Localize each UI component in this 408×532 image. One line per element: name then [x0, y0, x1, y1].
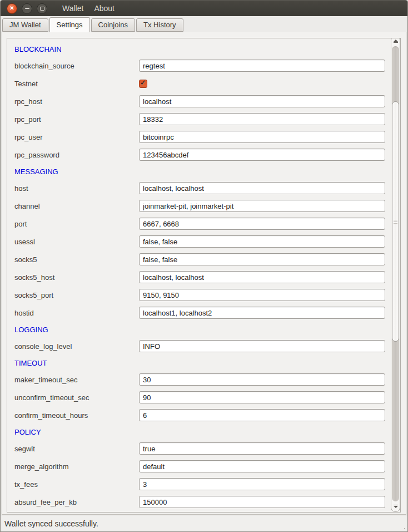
- titlebar: ✕ Wallet About: [1, 0, 407, 16]
- field-row: channel: [7, 197, 391, 215]
- field-label: tx_fees: [14, 480, 139, 489]
- minimize-icon: [25, 8, 29, 9]
- minimize-button[interactable]: [22, 3, 32, 14]
- down-arrow-icon: [394, 506, 398, 508]
- tx_fees-input[interactable]: [139, 478, 385, 490]
- section-header-logging: LOGGING: [7, 322, 391, 337]
- maximize-button[interactable]: [37, 3, 47, 14]
- menubar: Wallet About: [62, 4, 115, 13]
- field-label: rpc_port: [14, 115, 139, 124]
- field-row: merge_algorithm: [7, 457, 391, 475]
- maximize-icon: [40, 7, 44, 11]
- field-label: rpc_host: [14, 97, 139, 106]
- section-header-policy: POLICY: [7, 424, 391, 440]
- rpc_password-input[interactable]: [139, 149, 385, 161]
- scrollbar-up-button[interactable]: [391, 38, 400, 45]
- field-label: unconfirm_timeout_sec: [14, 393, 139, 402]
- field-row: host: [7, 179, 391, 197]
- field-row: socks5_host: [7, 268, 391, 286]
- app-window: ✕ Wallet About JM Wallet Settings Coinjo…: [0, 0, 408, 532]
- close-icon: ✕: [9, 6, 14, 11]
- rpc_user-input[interactable]: [139, 131, 385, 143]
- menu-item-wallet[interactable]: Wallet: [62, 4, 83, 13]
- field-row: rpc_password: [7, 146, 391, 164]
- field-row: confirm_timeout_hours: [7, 406, 391, 424]
- field-label: console_log_level: [14, 342, 139, 351]
- socks5_port-input[interactable]: [139, 289, 385, 301]
- field-label: blockchain_source: [14, 62, 139, 70]
- field-row: hostid: [7, 304, 391, 322]
- socks5_host-input[interactable]: [139, 271, 385, 283]
- unconfirm_timeout_sec-input[interactable]: [139, 391, 385, 403]
- field-row: port: [7, 215, 391, 233]
- field-label: maker_timeout_sec: [14, 376, 139, 384]
- field-row: rpc_host: [7, 92, 391, 110]
- blockchain_source-input[interactable]: [139, 60, 385, 72]
- section-header-messaging: MESSAGING: [7, 164, 391, 179]
- hostid-input[interactable]: [139, 307, 385, 319]
- vertical-scrollbar[interactable]: [391, 38, 400, 512]
- field-label: socks5: [14, 255, 139, 264]
- field-row: rpc_user: [7, 128, 391, 146]
- host-input[interactable]: [139, 182, 385, 194]
- close-button[interactable]: ✕: [7, 3, 17, 14]
- menu-item-about[interactable]: About: [94, 4, 115, 13]
- maker_timeout_sec-input[interactable]: [139, 373, 385, 386]
- field-label: hostid: [14, 309, 139, 317]
- field-label: rpc_user: [14, 133, 139, 141]
- field-label: socks5_port: [14, 291, 139, 299]
- testnet-checkbox[interactable]: ✓: [139, 80, 147, 88]
- field-row: maker_timeout_sec: [7, 371, 391, 388]
- statusbar: Wallet synced successfully.: [1, 516, 407, 531]
- field-row: absurd_fee_per_kb: [7, 493, 391, 511]
- resize-grip[interactable]: [404, 528, 405, 529]
- settings-scroll-area: BLOCKCHAINblockchain_sourceTestnet✓rpc_h…: [7, 38, 401, 513]
- scrollbar-thumb[interactable]: [392, 101, 399, 342]
- section-header-blockchain: BLOCKCHAIN: [7, 41, 391, 57]
- field-row: socks5: [7, 250, 391, 268]
- merge_algorithm-input[interactable]: [139, 460, 385, 472]
- status-text: Wallet synced successfully.: [4, 519, 98, 528]
- segwit-input[interactable]: [139, 442, 385, 455]
- field-label: rpc_password: [14, 151, 139, 159]
- absurd_fee_per_kb-input[interactable]: [139, 496, 385, 508]
- scrollbar-track[interactable]: [392, 46, 399, 501]
- channel-input[interactable]: [139, 200, 385, 212]
- section-header-timeout: TIMEOUT: [7, 355, 391, 371]
- checkmark-icon: ✓: [140, 79, 146, 86]
- tab-tx-history[interactable]: Tx History: [136, 18, 183, 32]
- scrollbar-down-button[interactable]: [391, 503, 400, 510]
- confirm_timeout_hours-input[interactable]: [139, 409, 385, 421]
- socks5-input[interactable]: [139, 253, 385, 265]
- field-label: absurd_fee_per_kb: [14, 498, 139, 506]
- field-label: merge_algorithm: [14, 462, 139, 471]
- tab-settings[interactable]: Settings: [49, 17, 90, 32]
- field-row: segwit: [7, 440, 391, 457]
- tab-coinjoins[interactable]: Coinjoins: [91, 18, 135, 32]
- field-row: rpc_port: [7, 110, 391, 128]
- settings-form: BLOCKCHAINblockchain_sourceTestnet✓rpc_h…: [7, 38, 391, 513]
- tab-jm-wallet[interactable]: JM Wallet: [2, 18, 48, 32]
- console_log_level-input[interactable]: [139, 340, 385, 352]
- field-row: socks5_port: [7, 286, 391, 304]
- rpc_host-input[interactable]: [139, 95, 385, 107]
- port-input[interactable]: [139, 218, 385, 230]
- rpc_port-input[interactable]: [139, 113, 385, 125]
- window-controls: ✕: [7, 3, 47, 14]
- usessl-input[interactable]: [139, 235, 385, 248]
- field-row: console_log_level: [7, 337, 391, 355]
- field-row: [7, 511, 391, 513]
- up-arrow-icon: [394, 40, 398, 42]
- field-row: Testnet✓: [7, 75, 391, 92]
- thumb-grip-icon: [394, 220, 397, 220]
- settings-pane: BLOCKCHAINblockchain_sourceTestnet✓rpc_h…: [2, 31, 406, 515]
- tab-bar: JM Wallet Settings Coinjoins Tx History: [1, 16, 407, 32]
- field-row: unconfirm_timeout_sec: [7, 388, 391, 406]
- field-label: usessl: [14, 238, 139, 246]
- field-label: confirm_timeout_hours: [14, 411, 139, 420]
- field-label: channel: [14, 202, 139, 210]
- field-label: port: [14, 220, 139, 228]
- field-label: segwit: [14, 445, 139, 453]
- field-label: host: [14, 184, 139, 193]
- field-row: blockchain_source: [7, 57, 391, 75]
